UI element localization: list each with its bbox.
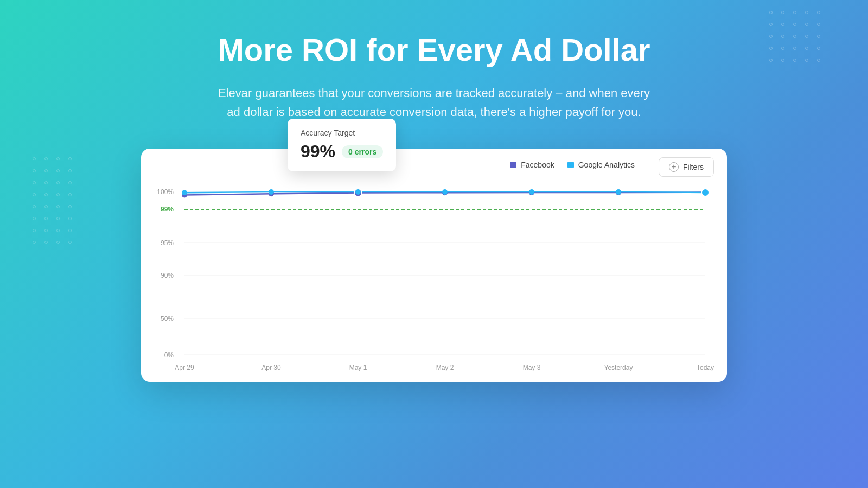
ga-legend-dot xyxy=(567,162,574,168)
x-label-apr29: Apr 29 xyxy=(175,364,194,371)
tooltip-label: Accuracy Target xyxy=(301,129,383,137)
chart-legend: Facebook Google Analytics xyxy=(510,160,635,169)
page-subtitle: Elevar guarantees that your conversions … xyxy=(212,84,656,121)
y-label-90: 90% xyxy=(161,272,174,279)
y-label-0: 0% xyxy=(164,351,174,359)
ga-dot-5 xyxy=(616,189,621,195)
dot-pattern-right xyxy=(769,11,825,66)
ga-dot-3 xyxy=(442,189,448,195)
y-label-100: 100% xyxy=(157,188,174,196)
x-label-today: Today xyxy=(697,364,714,371)
dot-pattern-left xyxy=(33,157,76,248)
facebook-legend-label: Facebook xyxy=(521,160,554,169)
ga-dot-0 xyxy=(182,190,187,195)
y-label-50: 50% xyxy=(161,315,174,323)
y-label-95: 95% xyxy=(161,239,174,247)
accuracy-tooltip: Accuracy Target 99% 0 errors xyxy=(288,119,396,171)
chart-area: 100% 99% 95% 90% 50% 0% Apr 29 Apr 30 Ma… xyxy=(141,181,727,376)
ga-dot-6 xyxy=(701,189,709,196)
tooltip-value: 99% xyxy=(301,142,335,162)
legend-facebook: Facebook xyxy=(510,160,554,169)
ga-dot-2 xyxy=(355,189,361,195)
facebook-legend-dot xyxy=(510,162,516,168)
ga-legend-label: Google Analytics xyxy=(578,160,635,169)
ga-dot-1 xyxy=(269,189,274,195)
filters-plus-icon: + xyxy=(669,162,679,172)
x-label-may1: May 1 xyxy=(349,364,367,371)
ga-dot-4 xyxy=(529,189,534,195)
legend-ga: Google Analytics xyxy=(567,160,635,169)
chart-svg: 100% 99% 95% 90% 50% 0% Apr 29 Apr 30 Ma… xyxy=(141,181,727,376)
x-label-may3: May 3 xyxy=(523,364,541,371)
x-label-may2: May 2 xyxy=(436,364,454,371)
x-label-apr30: Apr 30 xyxy=(261,364,281,371)
page-title: More ROI for Every Ad Dollar xyxy=(218,33,650,67)
x-label-yesterday: Yesterday xyxy=(604,364,633,371)
chart-panel: Accuracy Target 99% 0 errors Facebook Go… xyxy=(141,149,727,382)
filters-label: Filters xyxy=(683,163,704,171)
tooltip-badge: 0 errors xyxy=(342,145,383,158)
filters-button[interactable]: + Filters xyxy=(659,157,714,177)
y-label-99: 99% xyxy=(161,206,174,213)
